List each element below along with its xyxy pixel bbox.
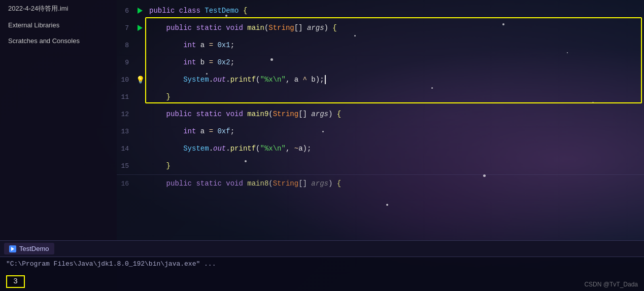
code-line-15: 15 }	[117, 157, 644, 174]
line-number-9: 9	[117, 59, 135, 66]
code-content-15: }	[145, 157, 644, 174]
sidebar-scratch-label: Scratches and Consoles	[8, 37, 80, 45]
sidebar-file-label: 2022-4-24待答用.imi	[8, 5, 69, 12]
code-line-10: 10 💡 System.out.printf("%x\n", a ^ b);	[117, 71, 644, 88]
code-line-6: 6 public class TestDemo {	[117, 2, 644, 19]
code-line-9: 9 int b = 0x2;	[117, 54, 644, 71]
run-button-7[interactable]	[135, 25, 145, 31]
run-triangle-7[interactable]	[138, 25, 143, 31]
code-line-12: 12 public static void main9(String[] arg…	[117, 105, 644, 123]
code-content-9: int b = 0x2;	[145, 54, 644, 71]
bottom-tab-bar: TestDemo	[0, 241, 644, 257]
bulb-btn-10[interactable]: 💡	[135, 76, 145, 84]
run-triangle-6[interactable]	[138, 8, 143, 14]
code-content-6: public class TestDemo {	[145, 2, 644, 19]
code-content-13: int a = 0xf;	[145, 123, 644, 140]
bottom-panel: TestDemo "C:\Program Files\Java\jdk1.8.0…	[0, 240, 644, 291]
line-number-16: 16	[117, 180, 135, 188]
line-number-10: 10	[117, 76, 135, 84]
bottom-tab-testdemo[interactable]: TestDemo	[4, 243, 54, 254]
code-line-8: 8 int a = 0x1;	[117, 37, 644, 54]
tab-icon	[9, 245, 16, 252]
line-number-14: 14	[117, 145, 135, 153]
code-container: 6 public class TestDemo { 7 public stati…	[117, 0, 644, 240]
code-line-11: 11 }	[117, 88, 644, 105]
line-number-11: 11	[117, 93, 135, 101]
cmd-line: "C:\Program Files\Java\jdk1.8.0_192\bin\…	[6, 259, 638, 269]
code-content-11: }	[145, 88, 644, 105]
line-number-12: 12	[117, 111, 135, 118]
line-number-6: 6	[117, 7, 135, 15]
run-button-6[interactable]	[135, 8, 145, 14]
code-line-7: 7 public static void main(String[] args)…	[117, 19, 644, 37]
result-box: 3	[6, 275, 25, 288]
sidebar-item-external-libraries[interactable]: External Libraries	[0, 17, 117, 33]
bulb-icon-10: 💡	[136, 76, 145, 84]
tab-label: TestDemo	[19, 245, 49, 252]
sidebar-item-scratches[interactable]: Scratches and Consoles	[0, 33, 117, 49]
line-number-8: 8	[117, 42, 135, 49]
code-line-16: 16 public static void main8(String[] arg…	[117, 174, 644, 192]
sidebar-ext-label: External Libraries	[8, 21, 59, 29]
sidebar-item-file[interactable]: 2022-4-24待答用.imi	[0, 0, 117, 17]
code-content-10: System.out.printf("%x\n", a ^ b);	[145, 71, 644, 88]
code-content-16: public static void main8(String[] args) …	[145, 175, 644, 192]
line-number-13: 13	[117, 128, 135, 135]
code-line-14: 14 System.out.printf("%x\n", ~a);	[117, 140, 644, 157]
svg-marker-0	[11, 247, 14, 251]
code-content-14: System.out.printf("%x\n", ~a);	[145, 140, 644, 157]
line-number-7: 7	[117, 24, 135, 32]
bottom-content: "C:\Program Files\Java\jdk1.8.0_192\bin\…	[0, 257, 644, 291]
editor-area: 6 public class TestDemo { 7 public stati…	[117, 0, 644, 240]
code-content-7: public static void main(String[] args) {	[145, 19, 644, 37]
code-content-8: int a = 0x1;	[145, 37, 644, 54]
code-line-13: 13 int a = 0xf;	[117, 123, 644, 140]
code-content-12: public static void main9(String[] args) …	[145, 105, 644, 123]
line-number-15: 15	[117, 162, 135, 170]
